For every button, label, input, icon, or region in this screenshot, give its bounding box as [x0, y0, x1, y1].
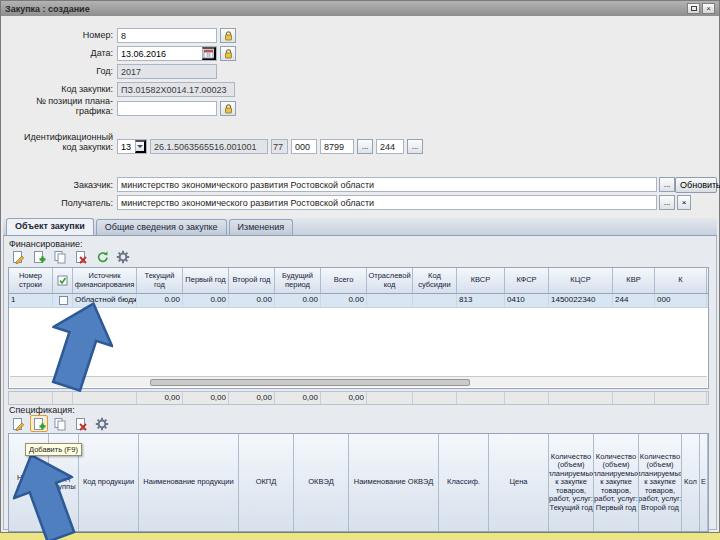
- column-header[interactable]: Код субсидии: [413, 268, 457, 293]
- fin-refresh-button[interactable]: [93, 248, 111, 265]
- recipient-clear-button[interactable]: ×: [677, 195, 691, 210]
- titlebar[interactable]: Закупка : создание ×: [1, 1, 719, 16]
- close-button[interactable]: ×: [702, 3, 715, 14]
- column-header[interactable]: ОКПД: [239, 434, 294, 531]
- spec-add-button[interactable]: [30, 415, 48, 432]
- table-cell: [367, 392, 413, 404]
- tab-object[interactable]: Объект закупки: [6, 218, 94, 235]
- delete-icon: [74, 417, 88, 431]
- column-header[interactable]: Цена: [489, 434, 549, 531]
- column-header[interactable]: Количество (объем) планируемых к закупке…: [549, 434, 594, 531]
- window-title: Закупка : создание: [5, 4, 90, 14]
- spec-settings-button[interactable]: [93, 415, 111, 432]
- date-label: Дата:: [1, 48, 113, 58]
- ikz-code-field: [150, 139, 268, 154]
- scrollbar-thumb[interactable]: [150, 379, 470, 386]
- table-cell: [413, 392, 457, 404]
- column-header[interactable]: КВР: [613, 268, 655, 293]
- ikz-part5-field[interactable]: [320, 139, 354, 154]
- column-header[interactable]: Источник финансирования: [73, 268, 137, 293]
- ikz-lookup-button-2[interactable]: ...: [407, 139, 423, 154]
- plan-position-field[interactable]: [117, 101, 217, 116]
- calendar-icon: [203, 48, 214, 59]
- number-field[interactable]: [117, 28, 217, 43]
- dropdown-icon: [137, 145, 143, 151]
- customer-lookup-button[interactable]: ...: [659, 177, 675, 192]
- dropdown-button[interactable]: [135, 140, 146, 153]
- refresh-customer-button[interactable]: Обновить: [675, 177, 717, 193]
- spec-copy-button[interactable]: [51, 415, 69, 432]
- ikz-part6-field[interactable]: [376, 139, 404, 154]
- table-cell: 0.00: [137, 294, 183, 307]
- column-header[interactable]: Количество (объем) планируемых к закупке…: [594, 434, 639, 531]
- column-header[interactable]: Наименование ОКВЭД: [349, 434, 439, 531]
- purchase-code-field: [117, 82, 235, 97]
- plan-position-lock-button[interactable]: [220, 101, 236, 116]
- number-lock-button[interactable]: [220, 28, 236, 43]
- recipient-lookup-button[interactable]: ...: [659, 195, 675, 210]
- column-header[interactable]: К: [655, 268, 707, 293]
- edit-icon: [11, 250, 25, 264]
- table-cell: [9, 392, 53, 404]
- table-cell: 0410: [505, 294, 549, 307]
- table-cell: 0.00: [321, 294, 367, 307]
- column-header[interactable]: Кол: [682, 434, 700, 531]
- add-icon: [32, 417, 46, 431]
- ikz-part4-field[interactable]: [291, 139, 317, 154]
- year-label: Год:: [1, 66, 113, 76]
- recipient-field[interactable]: [117, 195, 657, 210]
- column-header[interactable]: Е: [700, 434, 708, 531]
- tooltip: Добавить (F9): [25, 443, 82, 456]
- ikz-part3-field: [271, 139, 288, 154]
- table-cell: 244: [613, 294, 655, 307]
- column-header[interactable]: Отраслевой код: [367, 268, 413, 293]
- specification-section-label: Спецификация:: [9, 405, 75, 415]
- table-cell: [613, 392, 655, 404]
- column-header[interactable]: Количество (объем) планируемых к закупке…: [639, 434, 682, 531]
- column-header[interactable]: Код продукции: [79, 434, 139, 531]
- customer-field[interactable]: [117, 177, 657, 192]
- horizontal-scrollbar[interactable]: [10, 376, 707, 387]
- column-header[interactable]: Всего: [321, 268, 367, 293]
- column-header[interactable]: ОКВЭД: [294, 434, 349, 531]
- column-header[interactable]: Классиф.: [439, 434, 489, 531]
- column-header[interactable]: КЦСР: [549, 268, 613, 293]
- ikz-lookup-button-1[interactable]: ...: [357, 139, 373, 154]
- date-lock-button[interactable]: [220, 46, 236, 61]
- spec-delete-button[interactable]: [72, 415, 90, 432]
- fin-copy-button[interactable]: [51, 248, 69, 265]
- financing-toolbar: [9, 248, 132, 265]
- column-header[interactable]: Номер строки: [9, 268, 53, 293]
- maximize-button[interactable]: [687, 3, 700, 14]
- column-header[interactable]: Наименование продукции: [139, 434, 239, 531]
- specification-table: Номер строкиКод группыКод продукцииНаиме…: [8, 433, 709, 532]
- tab-strip: Объект закупки Общие сведения о закупке …: [3, 218, 717, 236]
- column-header[interactable]: Первый год: [183, 268, 229, 293]
- fin-add-button[interactable]: [30, 248, 48, 265]
- lock-icon: [223, 30, 234, 42]
- fin-delete-button[interactable]: [72, 248, 90, 265]
- specification-table-header: Номер строкиКод группыКод продукцииНаиме…: [9, 434, 708, 532]
- gear-icon: [116, 250, 130, 264]
- table-cell: [655, 392, 707, 404]
- fin-edit-button[interactable]: [9, 248, 27, 265]
- ikz-year-combo[interactable]: 13: [117, 139, 147, 154]
- table-cell: [549, 392, 613, 404]
- column-header[interactable]: [53, 268, 73, 293]
- tab-general-info[interactable]: Общие сведения о закупке: [96, 219, 227, 235]
- purchase-code-label: Код закупки:: [1, 84, 113, 94]
- spec-edit-button[interactable]: [9, 415, 27, 432]
- column-header[interactable]: Текущий год: [137, 268, 183, 293]
- column-header[interactable]: Второй год: [229, 268, 275, 293]
- column-header[interactable]: КФСР: [505, 268, 549, 293]
- financing-totals-row: 0,000,000,000,000,00: [8, 391, 709, 405]
- column-header[interactable]: КВСР: [457, 268, 505, 293]
- fin-settings-button[interactable]: [114, 248, 132, 265]
- table-row[interactable]: 1Областной бюджет0.000.000.000.000.00813…: [9, 294, 708, 308]
- copy-icon: [53, 417, 67, 431]
- date-field[interactable]: 13.06.2016: [117, 46, 217, 61]
- calendar-button[interactable]: [202, 47, 216, 60]
- column-header[interactable]: Будущий период: [275, 268, 321, 293]
- tab-changes[interactable]: Изменения: [229, 219, 294, 235]
- copy-icon: [53, 250, 67, 264]
